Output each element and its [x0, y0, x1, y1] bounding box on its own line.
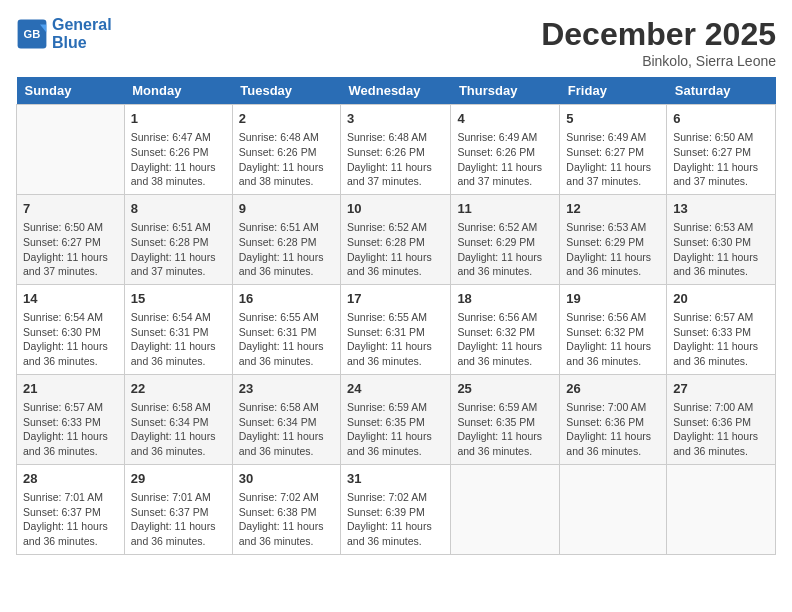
day-number: 1 — [131, 110, 226, 128]
day-info: Sunrise: 6:50 AMSunset: 6:27 PMDaylight:… — [23, 220, 118, 279]
day-info: Sunrise: 6:48 AMSunset: 6:26 PMDaylight:… — [347, 130, 444, 189]
day-info: Sunrise: 7:01 AMSunset: 6:37 PMDaylight:… — [131, 490, 226, 549]
day-number: 12 — [566, 200, 660, 218]
calendar-cell: 13Sunrise: 6:53 AMSunset: 6:30 PMDayligh… — [667, 194, 776, 284]
calendar-cell: 27Sunrise: 7:00 AMSunset: 6:36 PMDayligh… — [667, 374, 776, 464]
day-number: 23 — [239, 380, 334, 398]
day-info: Sunrise: 7:00 AMSunset: 6:36 PMDaylight:… — [566, 400, 660, 459]
calendar-cell: 2Sunrise: 6:48 AMSunset: 6:26 PMDaylight… — [232, 105, 340, 195]
calendar-week-row: 28Sunrise: 7:01 AMSunset: 6:37 PMDayligh… — [17, 464, 776, 554]
calendar-cell: 14Sunrise: 6:54 AMSunset: 6:30 PMDayligh… — [17, 284, 125, 374]
calendar-cell: 17Sunrise: 6:55 AMSunset: 6:31 PMDayligh… — [341, 284, 451, 374]
day-number: 18 — [457, 290, 553, 308]
day-number: 7 — [23, 200, 118, 218]
calendar-week-row: 7Sunrise: 6:50 AMSunset: 6:27 PMDaylight… — [17, 194, 776, 284]
day-number: 24 — [347, 380, 444, 398]
day-number: 15 — [131, 290, 226, 308]
calendar-week-row: 14Sunrise: 6:54 AMSunset: 6:30 PMDayligh… — [17, 284, 776, 374]
day-info: Sunrise: 6:59 AMSunset: 6:35 PMDaylight:… — [457, 400, 553, 459]
calendar-cell: 21Sunrise: 6:57 AMSunset: 6:33 PMDayligh… — [17, 374, 125, 464]
calendar-cell — [667, 464, 776, 554]
page-header: GB General Blue December 2025 Binkolo, S… — [16, 16, 776, 69]
calendar-cell: 8Sunrise: 6:51 AMSunset: 6:28 PMDaylight… — [124, 194, 232, 284]
calendar-cell: 15Sunrise: 6:54 AMSunset: 6:31 PMDayligh… — [124, 284, 232, 374]
day-number: 6 — [673, 110, 769, 128]
day-info: Sunrise: 6:54 AMSunset: 6:30 PMDaylight:… — [23, 310, 118, 369]
header-tuesday: Tuesday — [232, 77, 340, 105]
day-number: 5 — [566, 110, 660, 128]
day-number: 16 — [239, 290, 334, 308]
calendar-cell: 25Sunrise: 6:59 AMSunset: 6:35 PMDayligh… — [451, 374, 560, 464]
calendar-header-row: SundayMondayTuesdayWednesdayThursdayFrid… — [17, 77, 776, 105]
day-number: 30 — [239, 470, 334, 488]
day-info: Sunrise: 6:51 AMSunset: 6:28 PMDaylight:… — [239, 220, 334, 279]
day-info: Sunrise: 6:52 AMSunset: 6:28 PMDaylight:… — [347, 220, 444, 279]
day-number: 17 — [347, 290, 444, 308]
day-info: Sunrise: 6:48 AMSunset: 6:26 PMDaylight:… — [239, 130, 334, 189]
day-number: 20 — [673, 290, 769, 308]
calendar-cell: 11Sunrise: 6:52 AMSunset: 6:29 PMDayligh… — [451, 194, 560, 284]
calendar-cell: 30Sunrise: 7:02 AMSunset: 6:38 PMDayligh… — [232, 464, 340, 554]
day-info: Sunrise: 6:53 AMSunset: 6:30 PMDaylight:… — [673, 220, 769, 279]
logo: GB General Blue — [16, 16, 112, 51]
day-number: 8 — [131, 200, 226, 218]
day-info: Sunrise: 7:01 AMSunset: 6:37 PMDaylight:… — [23, 490, 118, 549]
day-info: Sunrise: 6:56 AMSunset: 6:32 PMDaylight:… — [566, 310, 660, 369]
day-info: Sunrise: 6:58 AMSunset: 6:34 PMDaylight:… — [239, 400, 334, 459]
logo-icon: GB — [16, 18, 48, 50]
calendar-cell: 28Sunrise: 7:01 AMSunset: 6:37 PMDayligh… — [17, 464, 125, 554]
calendar-table: SundayMondayTuesdayWednesdayThursdayFrid… — [16, 77, 776, 555]
day-info: Sunrise: 6:58 AMSunset: 6:34 PMDaylight:… — [131, 400, 226, 459]
day-number: 9 — [239, 200, 334, 218]
day-number: 21 — [23, 380, 118, 398]
day-number: 4 — [457, 110, 553, 128]
day-info: Sunrise: 6:55 AMSunset: 6:31 PMDaylight:… — [347, 310, 444, 369]
calendar-cell: 6Sunrise: 6:50 AMSunset: 6:27 PMDaylight… — [667, 105, 776, 195]
day-info: Sunrise: 7:00 AMSunset: 6:36 PMDaylight:… — [673, 400, 769, 459]
day-number: 14 — [23, 290, 118, 308]
calendar-cell: 26Sunrise: 7:00 AMSunset: 6:36 PMDayligh… — [560, 374, 667, 464]
day-number: 31 — [347, 470, 444, 488]
location: Binkolo, Sierra Leone — [541, 53, 776, 69]
calendar-cell: 22Sunrise: 6:58 AMSunset: 6:34 PMDayligh… — [124, 374, 232, 464]
calendar-cell: 20Sunrise: 6:57 AMSunset: 6:33 PMDayligh… — [667, 284, 776, 374]
calendar-cell: 31Sunrise: 7:02 AMSunset: 6:39 PMDayligh… — [341, 464, 451, 554]
calendar-cell: 18Sunrise: 6:56 AMSunset: 6:32 PMDayligh… — [451, 284, 560, 374]
logo-text: General Blue — [52, 16, 112, 51]
day-number: 28 — [23, 470, 118, 488]
calendar-cell: 3Sunrise: 6:48 AMSunset: 6:26 PMDaylight… — [341, 105, 451, 195]
calendar-cell: 12Sunrise: 6:53 AMSunset: 6:29 PMDayligh… — [560, 194, 667, 284]
header-friday: Friday — [560, 77, 667, 105]
day-info: Sunrise: 6:57 AMSunset: 6:33 PMDaylight:… — [673, 310, 769, 369]
header-saturday: Saturday — [667, 77, 776, 105]
calendar-cell: 1Sunrise: 6:47 AMSunset: 6:26 PMDaylight… — [124, 105, 232, 195]
day-info: Sunrise: 7:02 AMSunset: 6:39 PMDaylight:… — [347, 490, 444, 549]
calendar-cell: 19Sunrise: 6:56 AMSunset: 6:32 PMDayligh… — [560, 284, 667, 374]
title-block: December 2025 Binkolo, Sierra Leone — [541, 16, 776, 69]
calendar-cell: 4Sunrise: 6:49 AMSunset: 6:26 PMDaylight… — [451, 105, 560, 195]
day-number: 11 — [457, 200, 553, 218]
day-info: Sunrise: 6:57 AMSunset: 6:33 PMDaylight:… — [23, 400, 118, 459]
calendar-cell: 23Sunrise: 6:58 AMSunset: 6:34 PMDayligh… — [232, 374, 340, 464]
day-number: 27 — [673, 380, 769, 398]
day-number: 29 — [131, 470, 226, 488]
day-info: Sunrise: 6:59 AMSunset: 6:35 PMDaylight:… — [347, 400, 444, 459]
day-info: Sunrise: 6:52 AMSunset: 6:29 PMDaylight:… — [457, 220, 553, 279]
calendar-cell: 9Sunrise: 6:51 AMSunset: 6:28 PMDaylight… — [232, 194, 340, 284]
calendar-week-row: 1Sunrise: 6:47 AMSunset: 6:26 PMDaylight… — [17, 105, 776, 195]
header-wednesday: Wednesday — [341, 77, 451, 105]
calendar-week-row: 21Sunrise: 6:57 AMSunset: 6:33 PMDayligh… — [17, 374, 776, 464]
day-info: Sunrise: 6:55 AMSunset: 6:31 PMDaylight:… — [239, 310, 334, 369]
day-number: 25 — [457, 380, 553, 398]
day-info: Sunrise: 6:50 AMSunset: 6:27 PMDaylight:… — [673, 130, 769, 189]
calendar-cell: 5Sunrise: 6:49 AMSunset: 6:27 PMDaylight… — [560, 105, 667, 195]
calendar-cell: 10Sunrise: 6:52 AMSunset: 6:28 PMDayligh… — [341, 194, 451, 284]
calendar-cell: 7Sunrise: 6:50 AMSunset: 6:27 PMDaylight… — [17, 194, 125, 284]
day-info: Sunrise: 6:53 AMSunset: 6:29 PMDaylight:… — [566, 220, 660, 279]
header-monday: Monday — [124, 77, 232, 105]
day-number: 26 — [566, 380, 660, 398]
calendar-cell: 29Sunrise: 7:01 AMSunset: 6:37 PMDayligh… — [124, 464, 232, 554]
svg-text:GB: GB — [24, 28, 41, 40]
month-title: December 2025 — [541, 16, 776, 53]
day-info: Sunrise: 7:02 AMSunset: 6:38 PMDaylight:… — [239, 490, 334, 549]
